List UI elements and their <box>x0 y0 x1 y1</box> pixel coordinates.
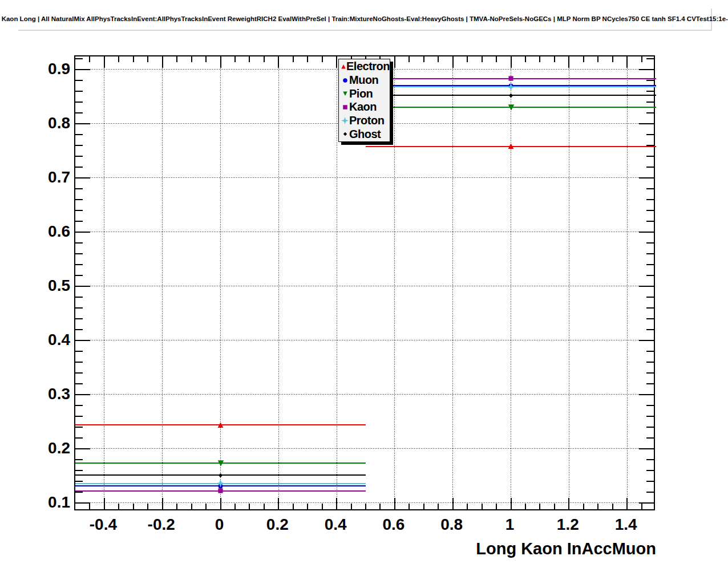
x-tick-major <box>511 498 512 509</box>
x-tick-minor-mirror <box>539 56 540 62</box>
y-tick-minor <box>75 167 83 168</box>
x-tick-minor <box>554 504 555 509</box>
y-tick-label: 0.9 <box>10 60 70 78</box>
marker-pion <box>217 459 225 467</box>
gridline-horizontal <box>75 232 654 232</box>
y-tick-minor-mirror <box>646 405 654 406</box>
x-tick-minor <box>525 504 526 509</box>
y-tick-label: 0.6 <box>10 222 70 241</box>
x-tick-minor <box>176 504 177 509</box>
triangle-up-icon <box>341 64 346 70</box>
y-tick-minor <box>75 351 83 352</box>
y-tick-minor <box>75 156 83 157</box>
y-tick-major <box>75 232 90 233</box>
x-tick-minor <box>467 504 468 509</box>
y-tick-minor <box>75 416 83 417</box>
y-tick-minor-mirror <box>646 188 654 189</box>
legend: ElectronMuonPionKaonProtonGhost <box>338 59 390 142</box>
x-tick-major-mirror <box>278 56 279 68</box>
x-tick-minor <box>293 504 294 509</box>
y-tick-minor-mirror <box>646 275 654 276</box>
y-tick-minor <box>75 188 83 189</box>
y-tick-minor <box>75 242 83 244</box>
x-tick-minor <box>234 504 236 509</box>
gridline-horizontal <box>75 448 654 449</box>
y-tick-major <box>75 340 90 341</box>
y-tick-label: 0.7 <box>10 168 70 186</box>
x-tick-label: -0.4 <box>90 516 117 534</box>
y-tick-minor <box>75 405 83 406</box>
y-tick-minor-mirror <box>646 362 654 363</box>
x-tick-minor <box>307 504 308 509</box>
x-tick-minor <box>89 504 90 509</box>
x-tick-major-mirror <box>104 56 105 68</box>
x-tick-label: 0.2 <box>266 516 289 534</box>
y-tick-minor <box>75 221 83 222</box>
plot-title: InAccMuon Kaon Long | All NaturalMix All… <box>0 15 728 22</box>
y-tick-minor <box>75 437 83 439</box>
y-tick-minor-mirror <box>646 58 654 59</box>
marker-ghost <box>218 473 223 478</box>
y-tick-minor <box>75 80 83 81</box>
y-tick-major-mirror <box>639 232 654 233</box>
y-tick-minor <box>75 372 83 374</box>
triangle-down-icon <box>341 91 349 96</box>
x-tick-label: 1.4 <box>615 516 637 534</box>
x-tick-minor <box>379 504 381 509</box>
x-tick-minor <box>539 504 540 509</box>
x-tick-minor-mirror <box>264 56 265 62</box>
x-tick-minor <box>365 504 366 509</box>
x-tick-minor <box>409 504 410 509</box>
x-tick-minor-mirror <box>583 56 584 62</box>
marker-kaon <box>217 488 224 494</box>
gridline-horizontal <box>75 340 654 340</box>
x-tick-minor <box>482 504 483 509</box>
x-tick-minor <box>249 504 250 509</box>
legend-label-pion: Pion <box>349 87 373 100</box>
x-tick-label: -0.2 <box>148 516 175 534</box>
y-tick-major <box>75 69 90 70</box>
y-tick-major-mirror <box>639 394 654 395</box>
y-tick-minor-mirror <box>646 329 654 330</box>
x-tick-major <box>452 498 454 509</box>
marker-pion <box>507 103 515 111</box>
legend-label-muon: Muon <box>349 74 378 87</box>
x-tick-minor-mirror <box>597 56 598 62</box>
x-tick-minor <box>133 504 134 509</box>
y-tick-minor <box>75 210 83 211</box>
x-tick-minor-mirror <box>234 56 236 62</box>
x-tick-minor-mirror <box>249 56 250 62</box>
y-tick-label: 0.3 <box>10 385 70 403</box>
y-tick-label: 0.5 <box>10 277 70 295</box>
gridline-vertical <box>627 56 628 509</box>
y-tick-major-mirror <box>639 69 654 70</box>
x-tick-minor-mirror <box>176 56 177 62</box>
x-tick-major-mirror <box>220 56 221 68</box>
y-tick-minor-mirror <box>646 416 654 417</box>
y-tick-major <box>75 502 90 504</box>
gridline-vertical <box>569 56 569 509</box>
x-tick-minor-mirror <box>133 56 134 62</box>
y-tick-major <box>75 123 90 124</box>
gridline-vertical <box>278 56 279 509</box>
x-tick-minor-mirror <box>307 56 308 62</box>
y-tick-minor <box>75 427 83 428</box>
legend-label-proton: Proton <box>349 114 384 127</box>
x-axis-title: Long Kaon InAccMuon <box>342 539 656 558</box>
y-tick-minor-mirror <box>646 437 654 439</box>
gridline-horizontal <box>75 394 654 395</box>
y-tick-minor <box>75 318 83 319</box>
x-tick-major-mirror <box>336 56 337 68</box>
legend-item-kaon: Kaon <box>341 100 390 114</box>
x-tick-label: 0.4 <box>325 516 347 534</box>
y-tick-minor-mirror <box>646 167 654 168</box>
y-tick-minor-mirror <box>646 297 654 298</box>
x-tick-major-mirror <box>568 56 569 68</box>
x-tick-label: 0.6 <box>382 516 405 534</box>
x-tick-major <box>394 498 395 509</box>
gridline-vertical <box>104 56 104 509</box>
x-tick-minor-mirror <box>482 56 483 62</box>
y-tick-label: 0.2 <box>10 439 70 457</box>
gridline-vertical <box>394 56 395 509</box>
x-tick-minor <box>205 504 207 509</box>
